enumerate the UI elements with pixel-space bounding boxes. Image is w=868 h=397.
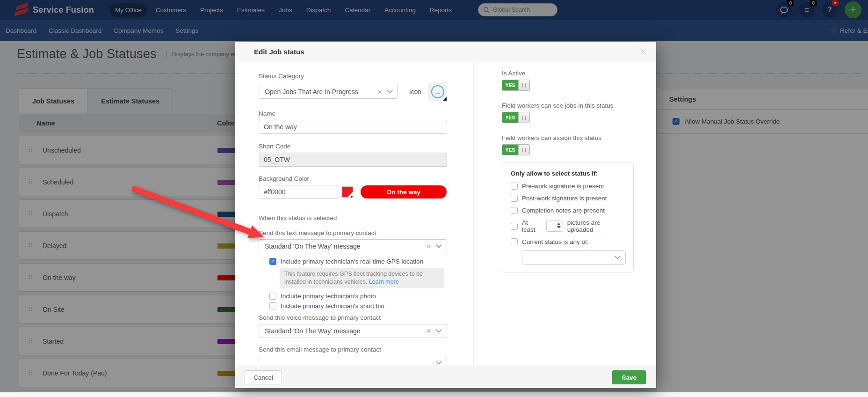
toggle-handle [518, 112, 529, 123]
status-icon-picker[interactable]: → [428, 82, 447, 101]
cancel-button[interactable]: Cancel [245, 370, 282, 384]
name-label: Name [259, 110, 447, 117]
background-color-value: #ff0000 [264, 188, 285, 196]
gps-checkbox[interactable] [269, 258, 276, 265]
arrow-right-circle-icon: → [431, 85, 444, 98]
only-allow-option-row: Post-work signature is present [511, 195, 625, 202]
name-value: On the way [264, 123, 297, 131]
gps-note-text: This feature requires GPS fleet tracking… [284, 271, 423, 285]
chevron-down-icon [436, 242, 442, 248]
option-label: Pre-work signature is present [522, 183, 604, 190]
column-divider [473, 62, 474, 366]
color-picker-swatch[interactable]: ▾ [342, 186, 353, 198]
only-allow-title: Only allow to select status if: [511, 170, 625, 177]
chevron-down-icon [436, 359, 442, 365]
gps-label: Include primary technician's real-time G… [281, 258, 423, 265]
bio-checkbox[interactable] [269, 302, 276, 309]
see-jobs-toggle[interactable]: YES [502, 112, 530, 123]
pictures-option-row: At least pictures are uploaded [511, 219, 625, 233]
background-color-input[interactable]: #ff0000 [259, 185, 338, 199]
pictures-count-input[interactable] [546, 221, 563, 232]
pictures-uploaded-label: pictures are uploaded [567, 219, 625, 233]
status-category-select[interactable]: Open Jobs That Are In Progress × [259, 85, 398, 99]
chevron-down-icon [387, 88, 393, 94]
bottom-strip [0, 392, 868, 397]
text-message-value: Standard 'On The Way' message [265, 243, 427, 250]
modal-footer: Cancel Save [235, 366, 656, 388]
only-allow-option-row: Completion notes are present [511, 207, 625, 214]
photo-checkbox[interactable] [269, 293, 276, 300]
short-code-label: Short Code [259, 143, 447, 150]
only-allow-box: Only allow to select status if: Pre-work… [502, 162, 634, 272]
option-label: Completion notes are present [522, 207, 605, 214]
toggle-handle [518, 145, 529, 155]
current-status-option-row: Current status is any of: [511, 238, 625, 245]
is-active-label: Is Active [502, 70, 638, 77]
edit-job-status-modal: Edit Job status × Status Category Open J… [235, 42, 656, 388]
photo-label: Include primary technician's photo [281, 293, 376, 300]
is-active-toggle[interactable]: YES [502, 80, 530, 91]
option-label: Post-work signature is present [522, 195, 607, 202]
gps-option-row: Include primary technician's real-time G… [269, 258, 447, 265]
toggle-yes-label: YES [502, 80, 518, 90]
modal-body: Status Category Open Jobs That Are In Pr… [235, 62, 656, 366]
voice-message-value: Standard 'On The Way' message [265, 327, 427, 335]
background-color-label: Background Color [259, 175, 447, 182]
voice-message-select[interactable]: Standard 'On The Way' message × [259, 324, 447, 338]
modal-title: Edit Job status [254, 48, 304, 56]
only-allow-options: Pre-work signature is presentPost-work s… [511, 183, 625, 214]
status-category-label: Status Category [259, 73, 447, 80]
only-allow-option-row: Pre-work signature is present [511, 183, 625, 190]
pre-work-signature-is-present-checkbox[interactable] [511, 183, 518, 190]
completion-notes-are-present-checkbox[interactable] [511, 207, 518, 214]
clear-icon[interactable]: × [377, 88, 382, 96]
name-input[interactable]: On the way [259, 120, 447, 134]
close-icon[interactable]: × [640, 44, 647, 59]
current-status-label: Current status is any of: [522, 238, 589, 245]
chevron-down-icon [615, 253, 621, 259]
learn-more-link[interactable]: Learn more [369, 279, 399, 285]
assign-status-label: Field workers can assign this status [502, 134, 638, 141]
see-jobs-label: Field workers can see jobs in this statu… [502, 102, 638, 109]
short-code-input: 05_OTW [259, 153, 447, 167]
clear-icon[interactable]: × [427, 327, 431, 335]
short-code-value: 05_OTW [264, 156, 290, 163]
icon-label: Icon [409, 88, 421, 96]
voice-message-label: Send this voice message to primary conta… [259, 314, 447, 321]
email-message-label: Send this email message to primary conta… [259, 346, 447, 353]
current-status-checkbox[interactable] [511, 238, 518, 245]
toggle-yes-label: YES [502, 112, 518, 123]
swatch-caret-icon: ▾ [351, 195, 353, 199]
chevron-down-icon [436, 327, 442, 333]
bio-option-row: Include primary technician's short bio [269, 302, 447, 309]
status-pill-preview: On the way [361, 185, 447, 198]
modal-left-column: Status Category Open Jobs That Are In Pr… [259, 62, 447, 384]
post-work-signature-is-present-checkbox[interactable] [511, 195, 518, 202]
picker-corner-icon [443, 97, 447, 101]
at-least-label: At least [522, 219, 542, 233]
clear-icon[interactable]: × [427, 243, 431, 250]
save-button[interactable]: Save [612, 370, 646, 384]
text-message-select[interactable]: Standard 'On The Way' message × [259, 239, 447, 253]
modal-right-column: Is Active YES Field workers can see jobs… [502, 62, 638, 272]
toggle-yes-label: YES [502, 145, 518, 155]
photo-option-row: Include primary technician's photo [269, 293, 447, 300]
spinner-arrows-icon[interactable] [557, 223, 561, 228]
bio-label: Include primary technician's short bio [281, 302, 384, 309]
text-message-label: Send this text message to primary contac… [259, 229, 447, 236]
assign-status-toggle[interactable]: YES [502, 144, 530, 155]
current-status-select[interactable] [522, 250, 626, 265]
modal-header: Edit Job status × [235, 42, 656, 62]
status-category-value: Open Jobs That Are In Progress [265, 88, 377, 96]
toggle-handle [518, 80, 529, 90]
when-selected-label: When this status is selected [259, 214, 447, 221]
pictures-checkbox[interactable] [511, 223, 518, 230]
gps-note: This feature requires GPS fleet tracking… [280, 268, 444, 288]
